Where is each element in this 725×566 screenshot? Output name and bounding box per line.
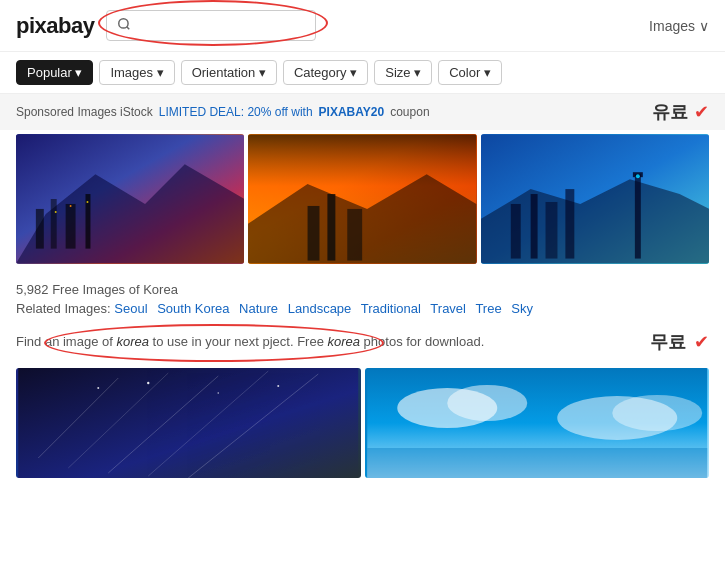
search-wrapper: korea — [106, 10, 316, 41]
result-count: 5,982 Free Images of Korea — [16, 282, 709, 297]
paid-checkmark-icon: ✔ — [694, 101, 709, 123]
related-link-landscape[interactable]: Landscape — [288, 301, 352, 316]
images-dropdown-label: Images — [649, 18, 695, 34]
deal-text: LIMITED DEAL: 20% off with — [159, 105, 313, 119]
header: pixabay korea Images ∨ — [0, 0, 725, 52]
sponsored-image-1[interactable] — [16, 134, 244, 264]
related-link-traditional[interactable]: Traditional — [361, 301, 421, 316]
paid-badge: 유료 — [652, 100, 688, 124]
description-section: Find an image of korea to use in your ne… — [0, 320, 725, 364]
svg-rect-26 — [18, 368, 358, 478]
svg-rect-4 — [36, 209, 44, 249]
svg-point-10 — [86, 201, 88, 203]
svg-point-34 — [217, 392, 219, 394]
svg-point-9 — [70, 205, 72, 207]
svg-point-8 — [55, 211, 57, 213]
filter-color[interactable]: Color ▾ — [438, 60, 502, 85]
logo: pixabay — [16, 13, 94, 39]
svg-rect-19 — [510, 204, 520, 259]
related-link-south-korea[interactable]: South Korea — [157, 301, 229, 316]
svg-rect-23 — [635, 174, 641, 258]
description-text-wrapper: Find an image of korea to use in your ne… — [16, 332, 642, 352]
svg-point-25 — [636, 174, 640, 178]
search-icon — [117, 17, 131, 34]
related-label: Related Images: — [16, 301, 114, 316]
related-link-seoul[interactable]: Seoul — [114, 301, 147, 316]
free-image-2[interactable] — [365, 368, 710, 478]
free-badge: 무료 — [650, 330, 686, 354]
related-link-nature[interactable]: Nature — [239, 301, 278, 316]
filter-size[interactable]: Size ▾ — [374, 60, 432, 85]
free-image-grid — [0, 364, 725, 482]
svg-point-35 — [277, 385, 279, 387]
svg-point-32 — [97, 387, 99, 389]
sponsored-bar: Sponsored Images iStock LIMITED DEAL: 20… — [0, 94, 725, 130]
sponsored-label: Sponsored Images iStock — [16, 105, 153, 119]
svg-rect-6 — [66, 204, 76, 249]
description-text: Find an image of korea to use in your ne… — [16, 332, 642, 352]
svg-rect-16 — [348, 209, 363, 261]
related-link-sky[interactable]: Sky — [511, 301, 533, 316]
sponsored-image-grid — [0, 130, 725, 272]
filter-category[interactable]: Category ▾ — [283, 60, 368, 85]
svg-rect-21 — [545, 202, 557, 259]
images-dropdown[interactable]: Images ∨ — [649, 18, 709, 34]
related-links: Related Images: Seoul South Korea Nature… — [16, 301, 709, 316]
filter-popular[interactable]: Popular ▾ — [16, 60, 93, 85]
svg-point-38 — [447, 385, 527, 421]
sponsored-image-3[interactable] — [481, 134, 709, 264]
free-checkmark-icon: ✔ — [694, 331, 709, 353]
related-link-travel[interactable]: Travel — [430, 301, 466, 316]
svg-point-33 — [147, 382, 149, 384]
sponsored-image-2[interactable] — [248, 134, 476, 264]
search-input[interactable]: korea — [137, 18, 305, 34]
svg-rect-22 — [565, 189, 574, 258]
svg-rect-14 — [308, 206, 320, 261]
svg-rect-41 — [367, 448, 707, 478]
free-image-1[interactable] — [16, 368, 361, 478]
chevron-down-icon: ∨ — [699, 18, 709, 34]
search-box: korea — [106, 10, 316, 41]
filter-bar: Popular ▾ Images ▾ Orientation ▾ Categor… — [0, 52, 725, 94]
coupon-label: coupon — [390, 105, 429, 119]
svg-point-0 — [119, 19, 128, 28]
svg-line-1 — [127, 27, 130, 30]
filter-images[interactable]: Images ▾ — [99, 60, 174, 85]
related-link-tree[interactable]: Tree — [475, 301, 501, 316]
svg-point-40 — [612, 395, 702, 431]
coupon-code: PIXABAY20 — [319, 105, 385, 119]
filter-orientation[interactable]: Orientation ▾ — [181, 60, 277, 85]
stats-section: 5,982 Free Images of Korea Related Image… — [0, 272, 725, 320]
svg-rect-15 — [328, 194, 336, 261]
svg-rect-20 — [530, 194, 537, 259]
svg-rect-5 — [51, 199, 57, 249]
